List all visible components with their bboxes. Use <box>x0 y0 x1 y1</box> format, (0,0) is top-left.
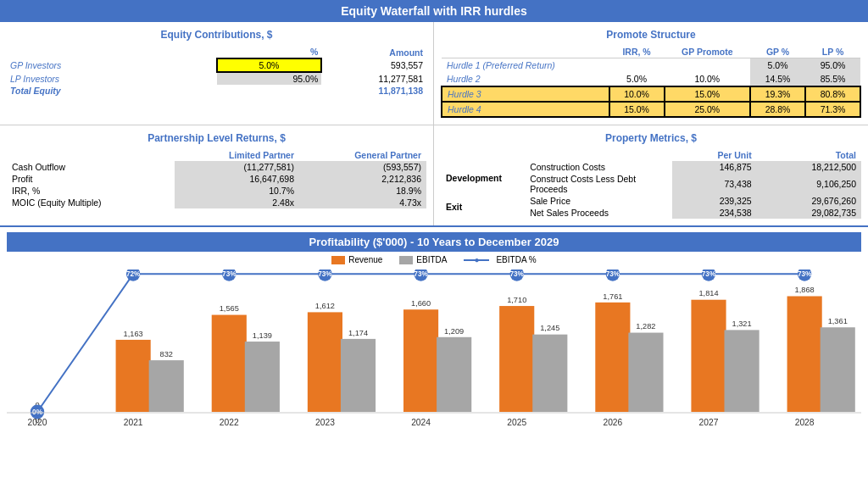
promote-irr-col: IRR, % <box>609 46 665 58</box>
pct-label-2026: 73% <box>606 270 620 278</box>
sale-price-per-unit: 239,325 <box>672 195 757 207</box>
net-sales-per-unit: 234,538 <box>672 207 757 219</box>
hurdle1-gp-promote <box>665 58 751 73</box>
net-sales-label: Net Sales Proceeds <box>525 207 672 219</box>
ebitda-legend-color <box>399 256 413 264</box>
ebitda-label-2024: 1,209 <box>444 327 464 336</box>
hurdle4-lp-pct: 71.3% <box>805 102 860 117</box>
bar-ebitda-2022 <box>245 342 280 412</box>
bar-revenue-2021 <box>116 340 151 412</box>
total-equity-label: Total Equity <box>7 85 217 97</box>
ebitda-pct-legend: ● EBITDA % <box>464 255 536 264</box>
construct-less-total: 9,106,250 <box>757 173 861 195</box>
hurdle3-irr: 10.0% <box>609 86 665 102</box>
hurdle2-row: Hurdle 2 5.0% 10.0% 14.5% 85.5% <box>442 72 860 86</box>
rev-label-2024: 1,660 <box>411 299 431 308</box>
revenue-legend-label: Revenue <box>348 255 382 264</box>
hurdle3-gp-promote: 15.0% <box>665 86 751 102</box>
hurdle3-gp-pct: 19.3% <box>750 86 805 102</box>
ebitda-label-2028: 1,361 <box>828 317 848 325</box>
promote-structure-title: Promote Structure <box>441 29 861 41</box>
bar-ebitda-2021 <box>149 360 184 412</box>
net-sales-total: 29,082,735 <box>757 207 861 219</box>
gp-investors-label: GP Investors <box>7 58 217 72</box>
promote-gp-pct-col: GP % <box>750 46 805 58</box>
ebitda-legend: EBITDA <box>399 255 447 264</box>
ebitda-legend-label: EBITDA <box>416 255 447 264</box>
pct-label-2022: 73% <box>222 270 236 278</box>
hurdle3-row: Hurdle 3 10.0% 15.0% 19.3% 80.8% <box>442 86 860 102</box>
year-2023: 2023 <box>315 418 335 427</box>
equity-contributions-title: Equity Contributions, $ <box>7 29 426 41</box>
ebitda-label-2021: 832 <box>160 350 173 358</box>
bar-revenue-2022 <box>212 315 247 412</box>
year-2025: 2025 <box>507 418 526 427</box>
gp-pct-value: 5.0% <box>217 58 322 72</box>
exit-label: Exit <box>441 195 525 219</box>
bar-ebitda-2023 <box>341 339 376 412</box>
hurdle2-lp-pct: 85.5% <box>805 72 860 86</box>
ebitda-label-2025: 1,245 <box>540 324 559 332</box>
hurdle2-irr: 5.0% <box>609 72 665 86</box>
bar-ebitda-2027 <box>725 330 760 412</box>
hurdle1-irr <box>609 58 665 73</box>
bar-ebitda-2024 <box>437 337 471 412</box>
hurdle2-gp-promote: 10.0% <box>665 72 751 86</box>
per-unit-header: Per Unit <box>672 149 757 161</box>
year-2022: 2022 <box>220 418 239 427</box>
pct-header: % <box>217 46 322 58</box>
bar-revenue-2028 <box>787 297 822 413</box>
irr-row: IRR, % 10.7% 18.9% <box>7 185 426 197</box>
lp-cash-outflow: (11,277,581) <box>175 161 299 173</box>
revenue-legend: Revenue <box>331 255 382 264</box>
hurdle3-lp-pct: 80.8% <box>805 86 860 102</box>
rev-label-2028: 1,868 <box>795 286 815 294</box>
amount-header: Amount <box>321 46 426 58</box>
profitability-chart: 0 1,163 1,565 1,612 1,660 1,710 1,761 1,… <box>7 270 861 447</box>
year-2028: 2028 <box>795 418 815 427</box>
hurdle4-row: Hurdle 4 15.0% 25.0% 28.8% 71.3% <box>442 102 860 117</box>
hurdle1-label: Hurdle 1 (Preferred Return) <box>442 58 609 73</box>
cash-outflow-row: Cash Outflow (11,277,581) (593,557) <box>7 161 426 173</box>
lp-profit: 16,647,698 <box>175 173 299 185</box>
pct-label-2020: 0% <box>32 408 42 416</box>
ebitda-label-2022: 1,139 <box>253 331 272 340</box>
development-label: Development <box>441 161 525 195</box>
lp-amount-value: 11,277,581 <box>321 72 426 85</box>
moic-row: MOIC (Equity Multiple) 2.48x 4.73x <box>7 197 426 208</box>
bar-ebitda-2028 <box>821 327 855 412</box>
pct-label-2027: 73% <box>702 270 716 278</box>
rev-label-2026: 1,761 <box>603 292 622 301</box>
main-title: Equity Waterfall with IRR hurdles <box>0 0 868 22</box>
cash-outflow-label: Cash Outflow <box>7 161 175 173</box>
gp-amount-value: 593,557 <box>321 58 426 72</box>
ebitda-pct-legend-label: EBITDA % <box>496 255 536 264</box>
hurdle1-gp-pct: 5.0% <box>750 58 805 73</box>
hurdle2-label: Hurdle 2 <box>442 72 609 86</box>
construct-less-label: Construct Costs Less Debt Proceeds <box>525 173 672 195</box>
hurdle4-gp-pct: 28.8% <box>750 102 805 117</box>
lp-moic: 2.48x <box>175 197 299 208</box>
total-equity-amount: 11,871,138 <box>321 85 426 97</box>
gp-header: General Partner <box>299 149 426 161</box>
rev-label-2021: 1,163 <box>124 330 143 338</box>
revenue-legend-color <box>331 256 345 264</box>
bar-ebitda-2025 <box>532 335 567 412</box>
bar-ebitda-2026 <box>628 333 663 412</box>
chart-title: Profitability ($'000) - 10 Years to Dece… <box>7 232 861 252</box>
construct-less-per-unit: 73,438 <box>672 173 757 195</box>
lp-irr: 10.7% <box>175 185 299 197</box>
construction-per-unit: 146,875 <box>672 161 757 173</box>
chart-area: 0 1,163 1,565 1,612 1,660 1,710 1,761 1,… <box>7 270 861 447</box>
hurdle1-row: Hurdle 1 (Preferred Return) 5.0% 95.0% <box>442 58 860 73</box>
hurdle2-gp-pct: 14.5% <box>750 72 805 86</box>
rev-label-2027: 1,814 <box>698 289 718 297</box>
metrics-title: Property Metrics, $ <box>441 132 861 144</box>
ebitda-pct-line: ● <box>464 259 489 261</box>
construction-costs-row: Development Construction Costs 146,875 1… <box>441 161 861 173</box>
construction-total: 18,212,500 <box>757 161 861 173</box>
lp-pct-value: 95.0% <box>217 72 322 85</box>
promote-lp-pct-col: LP % <box>805 46 860 58</box>
promote-irr-header <box>442 46 609 58</box>
moic-label: MOIC (Equity Multiple) <box>7 197 175 208</box>
